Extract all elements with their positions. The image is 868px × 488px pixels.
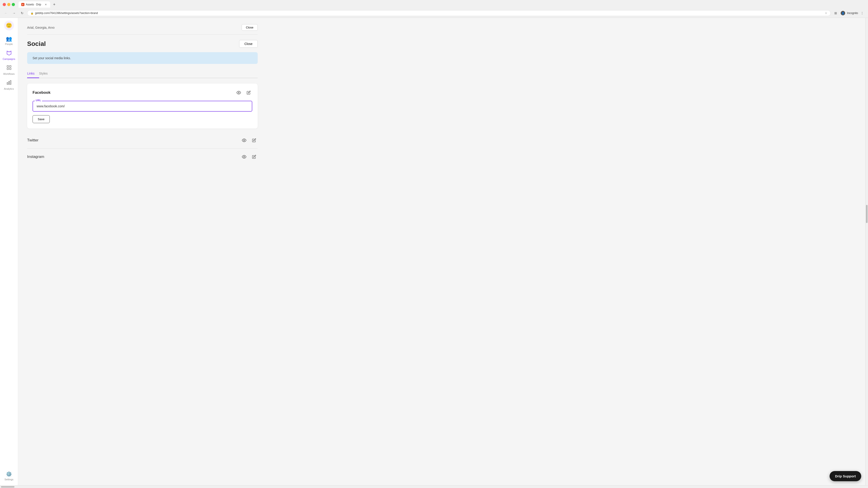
new-tab-button[interactable]: +: [51, 1, 57, 8]
window-close-button[interactable]: [3, 3, 6, 6]
instagram-edit-button[interactable]: [250, 153, 258, 160]
social-info-box: Set your social media links.: [27, 52, 258, 64]
settings-icon: ⚙️: [6, 471, 12, 477]
app-layout: 🙂 👥 People Campaigns: [0, 18, 868, 485]
address-bar[interactable]: 🔒 getdrip.com/7641396/settings/assets?se…: [27, 10, 831, 16]
svg-rect-3: [9, 68, 11, 70]
edit-icon: [252, 155, 256, 159]
eye-icon: [237, 90, 241, 95]
profile-button[interactable]: 👤: [840, 10, 846, 16]
eye-icon: [242, 138, 246, 142]
extensions-button[interactable]: ⊞: [833, 10, 839, 16]
font-close-button[interactable]: Close: [242, 24, 258, 31]
sidebar-item-settings[interactable]: ⚙️ Settings: [1, 469, 17, 483]
social-info-text: Set your social media links.: [33, 56, 71, 60]
tab-favicon: D: [21, 3, 24, 6]
svg-rect-4: [7, 83, 8, 85]
font-list-bar: Arial, Georgia, Arvo Close: [27, 22, 258, 35]
svg-point-8: [244, 140, 245, 141]
twitter-card-actions: [241, 137, 258, 144]
address-bar-row: ← → ↻ 🔒 getdrip.com/7641396/settings/ass…: [0, 9, 868, 18]
browser-tab[interactable]: D Assets · Drip ✕: [19, 1, 50, 8]
workflows-icon: [6, 65, 12, 72]
bookmark-icon[interactable]: ☆: [825, 11, 827, 15]
browser-chrome: D Assets · Drip ✕ + ← → ↻ 🔒 getdrip.com/…: [0, 0, 868, 18]
facebook-card-actions: [235, 89, 252, 96]
menu-button[interactable]: ⋮: [859, 10, 865, 16]
edit-icon: [247, 91, 251, 95]
tab-title: Assets · Drip: [26, 3, 41, 6]
instagram-visibility-button[interactable]: [241, 153, 248, 160]
main-content: Arial, Georgia, Arvo Close Social Close …: [18, 18, 865, 485]
forward-button[interactable]: →: [11, 10, 17, 16]
lock-icon: 🔒: [31, 12, 34, 15]
tab-bar: D Assets · Drip ✕ +: [17, 1, 59, 8]
twitter-visibility-button[interactable]: [241, 137, 248, 144]
sidebar-item-label: People: [5, 43, 13, 45]
back-button[interactable]: ←: [3, 10, 9, 16]
instagram-name: Instagram: [27, 155, 44, 159]
sidebar-item-label: Workflows: [3, 72, 15, 75]
window-controls: [3, 3, 15, 6]
incognito-icon: 👤: [841, 11, 845, 15]
sidebar-item-label: Settings: [4, 478, 13, 481]
campaigns-icon: [6, 50, 12, 57]
svg-point-7: [238, 92, 239, 93]
facebook-visibility-button[interactable]: [235, 89, 242, 96]
sidebar: 🙂 👥 People Campaigns: [0, 18, 18, 485]
svg-rect-2: [7, 68, 8, 70]
social-tabs-row: Links Styles: [27, 69, 258, 78]
vertical-scrollbar[interactable]: [865, 18, 868, 485]
tab-close-button[interactable]: ✕: [44, 3, 48, 6]
browser-actions: ⊞ 👤 Incognito ⋮: [833, 10, 865, 16]
sidebar-item-label: Campaigns: [3, 58, 16, 60]
instagram-row: Instagram: [27, 149, 258, 165]
twitter-edit-button[interactable]: [250, 137, 258, 144]
analytics-icon: [6, 80, 12, 87]
sidebar-item-analytics[interactable]: Analytics: [1, 78, 17, 92]
sidebar-item-campaigns[interactable]: Campaigns: [1, 48, 17, 62]
svg-rect-6: [10, 80, 11, 85]
content-area: Arial, Georgia, Arvo Close Social Close …: [18, 18, 267, 169]
facebook-save-button[interactable]: Save: [33, 115, 50, 123]
social-title: Social: [27, 40, 46, 47]
h-scroll-thumb[interactable]: [1, 486, 14, 488]
facebook-card-header: Facebook: [33, 89, 252, 96]
svg-rect-1: [9, 66, 11, 67]
url-field-wrapper: URL: [33, 101, 252, 111]
svg-rect-0: [7, 66, 8, 67]
facebook-card: Facebook: [27, 84, 258, 129]
twitter-row: Twitter: [27, 132, 258, 149]
people-icon: 👥: [6, 36, 12, 42]
svg-point-9: [244, 156, 245, 158]
facebook-name: Facebook: [33, 90, 51, 95]
titlebar: D Assets · Drip ✕ +: [0, 0, 868, 9]
font-list-text: Arial, Georgia, Arvo: [27, 26, 55, 29]
facebook-url-input[interactable]: [33, 101, 252, 111]
instagram-card-actions: [241, 153, 258, 160]
twitter-name: Twitter: [27, 138, 38, 142]
social-close-button[interactable]: Close: [239, 40, 258, 48]
sidebar-item-workflows[interactable]: Workflows: [1, 63, 17, 77]
window-max-button[interactable]: [12, 3, 15, 6]
window-min-button[interactable]: [7, 3, 10, 6]
horizontal-scrollbar: [0, 485, 868, 488]
refresh-button[interactable]: ↻: [19, 10, 25, 16]
drip-support-button[interactable]: Drip Support: [830, 471, 861, 481]
url-text: getdrip.com/7641396/settings/assets?sect…: [35, 11, 824, 15]
scroll-thumb[interactable]: [866, 205, 868, 223]
app-logo[interactable]: 🙂: [4, 21, 14, 31]
edit-icon: [252, 138, 256, 142]
tab-links[interactable]: Links: [27, 69, 39, 78]
eye-icon: [242, 155, 246, 159]
social-header: Social Close: [27, 40, 258, 48]
facebook-edit-button[interactable]: [245, 89, 252, 96]
incognito-label: Incognito: [847, 11, 858, 15]
svg-rect-5: [8, 81, 9, 85]
sidebar-item-label: Analytics: [4, 88, 14, 90]
url-label: URL: [35, 99, 42, 102]
sidebar-item-people[interactable]: 👥 People: [1, 34, 17, 47]
tab-styles[interactable]: Styles: [39, 69, 52, 78]
